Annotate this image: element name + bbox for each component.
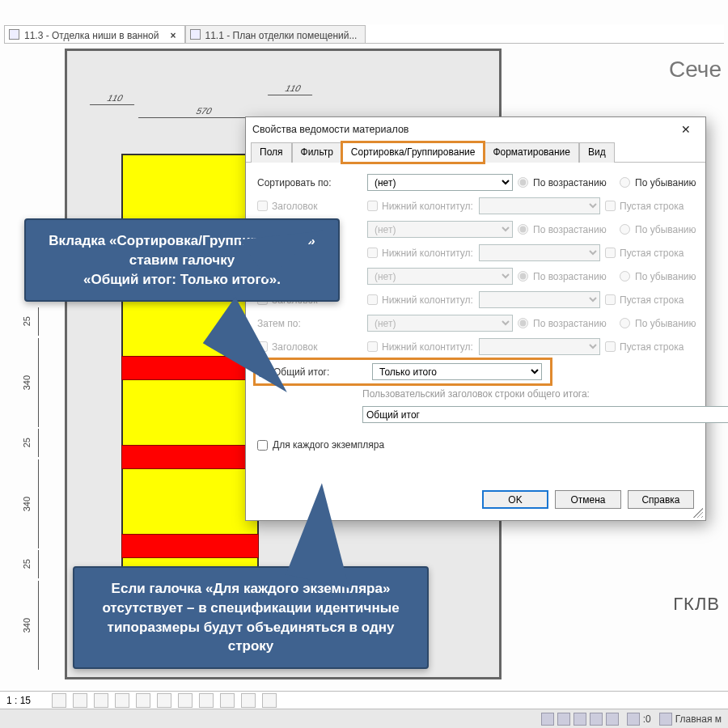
- footer-checkbox: Нижний колонтитул:: [367, 248, 474, 259]
- selection-options[interactable]: [541, 713, 619, 726]
- dimension: 25: [15, 550, 39, 578]
- dialog-body: Сортировать по: (нет) По возрастанию По …: [246, 163, 705, 482]
- filter-count[interactable]: :0: [627, 713, 651, 726]
- sort-row-1-sub: Заголовок Нижний колонтитул: Пустая стро…: [257, 197, 694, 214]
- blankline-checkbox: Пустая строка: [605, 294, 694, 306]
- view-scale[interactable]: 1 : 15: [6, 695, 45, 706]
- callout-bottom: Если галочка «Для каждого экземпляра» от…: [73, 566, 429, 669]
- filter-icon: [627, 713, 640, 726]
- blankline-checkbox: Пустая строка: [605, 248, 694, 259]
- help-button[interactable]: Справка: [628, 490, 694, 509]
- dimension: 340: [15, 459, 39, 548]
- descending-radio: По убыванию: [620, 224, 709, 235]
- rendering-icon[interactable]: [115, 693, 129, 708]
- callout-line: «Общий итог: Только итого».: [40, 270, 324, 290]
- shelf: [121, 534, 259, 558]
- footer-select: [479, 291, 600, 308]
- select-face-icon[interactable]: [590, 713, 603, 726]
- then-by-select: (нет): [367, 315, 513, 332]
- dimension: 110: [268, 81, 319, 95]
- custom-total-title-label: Пользовательский заголовок строки общего…: [362, 388, 694, 400]
- footer-checkbox: Нижний колонтитул:: [367, 294, 474, 306]
- tab-sorting-grouping[interactable]: Сортировка/Группирование: [342, 142, 485, 163]
- dialog-titlebar[interactable]: Свойства ведомости материалов ✕: [246, 117, 705, 142]
- footer-checkbox: Нижний колонтитул:: [367, 201, 474, 212]
- tab-fields[interactable]: Поля: [251, 142, 292, 163]
- select-links-icon[interactable]: [541, 713, 554, 726]
- document-tab-label: 11.1 - План отделки помещений...: [205, 30, 358, 41]
- sort-row-4-sub: Заголовок Нижний колонтитул: Пустая стро…: [257, 338, 694, 355]
- descending-radio: По убыванию: [620, 271, 709, 282]
- dimension: 110: [90, 91, 141, 105]
- dimension: 25: [15, 307, 39, 336]
- then-by-select: (нет): [367, 221, 513, 238]
- sort-row-1: Сортировать по: (нет) По возрастанию По …: [257, 174, 694, 191]
- filter-count-value: :0: [643, 713, 651, 725]
- main-model-label: Главная м: [675, 713, 722, 725]
- schedule-icon: [190, 29, 201, 40]
- lock-icon[interactable]: [178, 693, 193, 708]
- shelf: [121, 445, 259, 469]
- view-control-bar: 1 : 15: [0, 691, 728, 709]
- reveal-hidden-icon[interactable]: [220, 693, 235, 708]
- temporary-hide-icon[interactable]: [199, 693, 214, 708]
- ascending-radio[interactable]: По возрастанию: [518, 177, 615, 188]
- close-icon[interactable]: ×: [171, 30, 176, 41]
- document-tabs: 11.3 - Отделка ниши в ванной × 11.1 - Пл…: [4, 24, 724, 44]
- ok-button[interactable]: OK: [482, 490, 548, 509]
- drag-elements-icon[interactable]: [606, 713, 619, 726]
- crop-region-icon[interactable]: [157, 693, 171, 708]
- worksharing-icon[interactable]: [241, 693, 256, 708]
- document-tab-label: 11.3 - Отделка ниши в ванной: [24, 30, 159, 41]
- per-instance-checkbox[interactable]: Для каждого экземпляра: [257, 439, 694, 451]
- visual-style-icon[interactable]: [52, 693, 66, 708]
- sort-row-4: Затем по: (нет) По возрастанию По убыван…: [257, 315, 694, 332]
- main-model-status[interactable]: Главная м: [659, 713, 722, 726]
- tab-formatting[interactable]: Форматирование: [484, 142, 579, 163]
- sort-by-select[interactable]: (нет): [367, 174, 513, 191]
- status-bar: :0 Главная м: [0, 709, 728, 728]
- analytical-icon[interactable]: [262, 693, 277, 708]
- footer-select: [479, 338, 600, 355]
- blankline-checkbox: Пустая строка: [605, 201, 694, 212]
- dimension: 25: [15, 429, 39, 457]
- ascending-radio: По возрастанию: [518, 224, 615, 235]
- ascending-radio: По возрастанию: [518, 271, 615, 282]
- tab-filter[interactable]: Фильтр: [292, 142, 342, 163]
- section-title: Сече: [669, 57, 722, 83]
- callout-line: типоразмеры будут объединяться в одну ст…: [89, 618, 413, 657]
- blankline-checkbox: Пустая строка: [605, 341, 694, 353]
- dimension: 340: [15, 581, 39, 670]
- grand-total-select[interactable]: Только итого: [372, 363, 542, 380]
- schedule-properties-dialog: Свойства ведомости материалов ✕ Поля Фил…: [245, 116, 706, 521]
- select-underlay-icon[interactable]: [557, 713, 570, 726]
- document-tab[interactable]: 11.1 - План отделки помещений...: [185, 25, 366, 43]
- header-checkbox: Заголовок: [257, 201, 362, 212]
- callout-line: Если галочка «Для каждого экземпляра»: [89, 579, 413, 599]
- shadows-icon[interactable]: [94, 693, 108, 708]
- dialog-tabs: Поля Фильтр Сортировка/Группирование Фор…: [246, 142, 705, 163]
- then-by-select: (нет): [367, 268, 513, 285]
- tab-appearance[interactable]: Вид: [579, 142, 615, 163]
- callout-line: отсутствует – в спецификации идентичные: [89, 599, 413, 618]
- custom-total-title-input[interactable]: [362, 406, 728, 423]
- descending-radio[interactable]: По убыванию: [620, 177, 709, 188]
- resize-grip[interactable]: [693, 508, 703, 518]
- material-label: ГКЛВ: [673, 594, 720, 615]
- document-tab-active[interactable]: 11.3 - Отделка ниши в ванной ×: [4, 25, 185, 43]
- footer-select: [479, 197, 600, 214]
- schedule-icon: [9, 29, 19, 40]
- select-pinned-icon[interactable]: [574, 713, 586, 726]
- footer-checkbox: Нижний колонтитул:: [367, 341, 474, 353]
- close-button[interactable]: ✕: [673, 121, 699, 138]
- dialog-title: Свойства ведомости материалов: [252, 124, 408, 135]
- footer-select: [479, 244, 600, 261]
- crop-icon[interactable]: [136, 693, 150, 708]
- model-icon: [659, 713, 672, 726]
- dimension: 340: [15, 338, 39, 427]
- ascending-radio: По возрастанию: [518, 318, 615, 329]
- descending-radio: По убыванию: [620, 318, 709, 329]
- cancel-button[interactable]: Отмена: [555, 490, 621, 509]
- sort-by-label: Сортировать по:: [257, 177, 362, 188]
- sun-path-icon[interactable]: [73, 693, 87, 708]
